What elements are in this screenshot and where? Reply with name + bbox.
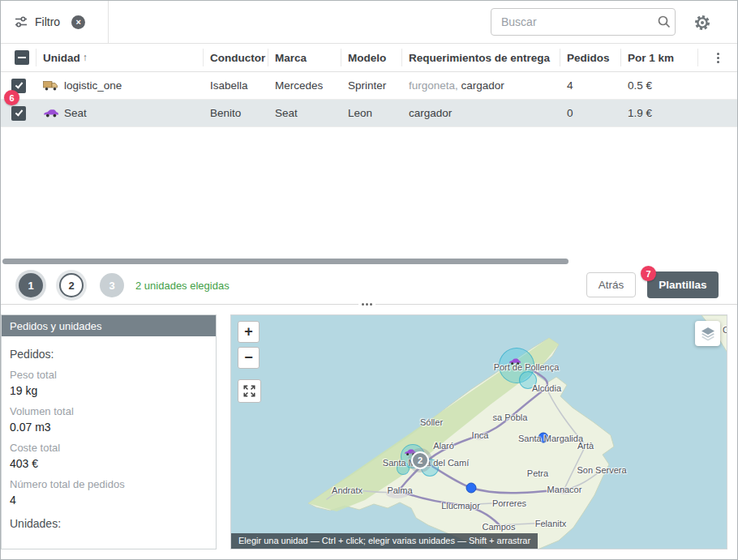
overflow-menu-icon[interactable] bbox=[717, 53, 719, 63]
pedidos-heading: Pedidos: bbox=[10, 348, 208, 361]
search-box bbox=[491, 8, 676, 36]
divider-drag-handle[interactable] bbox=[358, 303, 375, 306]
toolbar: Filtro × bbox=[1, 1, 737, 44]
fullscreen-button[interactable] bbox=[238, 379, 261, 403]
table-row[interactable]: logistic_one Isabella Mercedes Sprinter … bbox=[1, 72, 737, 100]
expand-icon bbox=[242, 384, 256, 398]
settings-gear-icon[interactable] bbox=[693, 13, 712, 32]
unidades-heading: Unidades: bbox=[10, 517, 208, 530]
select-all-checkbox-cell bbox=[1, 49, 36, 66]
row-checkbox[interactable] bbox=[11, 106, 26, 121]
templates-badge: 7 bbox=[641, 266, 656, 281]
column-header-conductor[interactable]: Conductor bbox=[204, 49, 268, 66]
column-header-por-km[interactable]: Por 1 km bbox=[621, 49, 698, 66]
indeterminate-icon bbox=[18, 57, 26, 58]
summary-panel: Pedidos y unidades Pedidos: Peso total 1… bbox=[1, 314, 217, 549]
templates-button[interactable]: Plantillas bbox=[647, 271, 719, 298]
cell-conductor: Benito bbox=[204, 107, 268, 119]
zoom-in-button[interactable]: + bbox=[238, 321, 260, 343]
map-hint-bar: Elegir una unidad — Ctrl + click; elegir… bbox=[231, 533, 538, 549]
clear-filter-icon[interactable]: × bbox=[71, 15, 85, 29]
search-icon[interactable] bbox=[653, 15, 675, 29]
table-header: Unidad ↑ Conductor Marca Modelo Requerim… bbox=[1, 44, 737, 72]
check-icon bbox=[15, 80, 23, 88]
cell-requerimientos: cargador bbox=[402, 107, 560, 119]
stat-volumen-total: Volumen total 0.07 m3 bbox=[10, 405, 208, 434]
cell-por-km: 0.5 € bbox=[621, 79, 698, 92]
cell-modelo: Sprinter bbox=[341, 79, 402, 92]
selection-area-blob bbox=[519, 371, 537, 389]
vehicle-marker-icon[interactable] bbox=[508, 357, 521, 366]
cell-modelo: Leon bbox=[341, 107, 402, 119]
column-header-marca[interactable]: Marca bbox=[268, 49, 341, 66]
layers-button[interactable] bbox=[695, 321, 720, 346]
select-all-checkbox[interactable] bbox=[15, 50, 29, 65]
step-2[interactable]: 2 bbox=[59, 273, 84, 297]
table-row[interactable]: Seat Benito Seat Leon cargador 0 1.9 € bbox=[1, 100, 737, 127]
column-header-modelo[interactable]: Modelo bbox=[341, 49, 402, 66]
selection-area-blob bbox=[397, 462, 410, 475]
car-icon bbox=[43, 108, 59, 118]
filter-sliders-icon bbox=[14, 15, 28, 29]
stat-coste-total: Coste total 403 € bbox=[10, 442, 208, 470]
map-canvas[interactable]: 2 Port de Pollença Alcúdia Sóller sa Pob… bbox=[230, 314, 727, 549]
unit-name: logistic_one bbox=[64, 79, 122, 92]
check-icon bbox=[15, 108, 23, 116]
selected-count-badge: 6 bbox=[4, 90, 19, 105]
cell-requerimientos: furgoneta, cargador bbox=[402, 79, 560, 92]
stat-peso-total: Peso total 19 kg bbox=[10, 369, 208, 397]
column-header-requerimientos[interactable]: Requerimientos de entrega bbox=[402, 49, 560, 66]
cell-pedidos: 4 bbox=[560, 79, 621, 92]
column-header-pedidos[interactable]: Pedidos bbox=[560, 49, 621, 66]
selection-status-text: 2 unidades elegidas bbox=[135, 280, 230, 292]
truck-icon bbox=[43, 80, 59, 91]
step-3[interactable]: 3 bbox=[100, 273, 124, 297]
zoom-out-button[interactable]: − bbox=[238, 347, 260, 369]
column-header-unidad[interactable]: Unidad ↑ bbox=[36, 49, 204, 66]
horizontal-scrollbar-thumb[interactable] bbox=[2, 259, 569, 264]
sort-asc-icon: ↑ bbox=[83, 52, 88, 63]
back-button[interactable]: Atrás bbox=[586, 272, 636, 297]
cell-conductor: Isabella bbox=[204, 79, 268, 92]
step-1[interactable]: 1 bbox=[19, 273, 43, 297]
order-marker[interactable] bbox=[538, 433, 549, 443]
filter-button[interactable]: Filtro × bbox=[1, 1, 109, 43]
map-base-layer bbox=[231, 315, 727, 549]
column-header-menu bbox=[698, 49, 737, 66]
cell-por-km: 1.9 € bbox=[621, 107, 698, 119]
unit-name: Seat bbox=[64, 107, 87, 119]
horizontal-scrollbar bbox=[2, 259, 736, 265]
layers-icon bbox=[700, 326, 716, 342]
app-window: Filtro × Unidad ↑ bbox=[0, 0, 738, 560]
cell-marca: Mercedes bbox=[268, 79, 341, 92]
order-marker[interactable] bbox=[466, 483, 477, 494]
summary-panel-title: Pedidos y unidades bbox=[2, 315, 216, 336]
search-input[interactable] bbox=[491, 15, 653, 28]
cell-marca: Seat bbox=[268, 107, 341, 119]
map-cluster-marker[interactable]: 2 bbox=[411, 451, 429, 469]
cell-pedidos: 0 bbox=[560, 107, 621, 119]
filter-label: Filtro bbox=[35, 15, 60, 28]
stat-numero-pedidos: Número total de pedidos 4 bbox=[10, 478, 208, 507]
